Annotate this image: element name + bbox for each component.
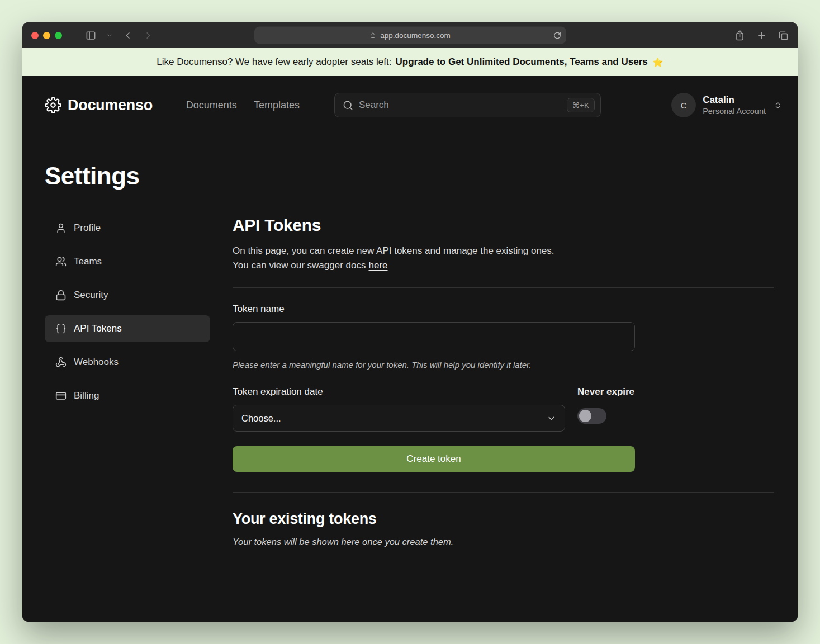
search-shortcut: ⌘+K	[567, 98, 595, 112]
sidebar-item-label: Webhooks	[74, 357, 119, 368]
existing-tokens-title: Your existing tokens	[233, 510, 774, 528]
swagger-docs-link[interactable]: here	[368, 260, 387, 271]
existing-tokens-empty-state: Your tokens will be shown here once you …	[233, 537, 774, 547]
sidebar-item-api-tokens[interactable]: API Tokens	[45, 315, 210, 342]
token-name-input[interactable]	[233, 322, 635, 351]
expiration-selected-value: Choose...	[241, 413, 281, 424]
sidebar-item-label: API Tokens	[74, 323, 122, 334]
banner-upgrade-link[interactable]: Upgrade to Get Unlimited Documents, Team…	[395, 56, 647, 68]
sidebar-item-label: Profile	[74, 222, 101, 234]
sidebar-item-label: Security	[74, 290, 108, 301]
lock-icon	[55, 290, 67, 301]
description-line-2: You can view our swagger docs	[233, 260, 366, 271]
zoom-window-button[interactable]	[55, 32, 62, 39]
sidebar-item-label: Billing	[74, 390, 99, 401]
braces-icon	[55, 323, 67, 334]
sidebar-item-label: Teams	[74, 256, 102, 267]
search-input[interactable]	[359, 100, 561, 111]
promo-banner: Like Documenso? We have few early adopte…	[22, 48, 798, 76]
search-icon	[343, 100, 353, 111]
minimize-window-button[interactable]	[43, 32, 50, 39]
never-expire-label: Never expire	[577, 386, 635, 397]
user-icon	[55, 222, 67, 234]
traffic-lights	[31, 32, 62, 39]
brand-name: Documenso	[68, 97, 153, 114]
browser-nav-controls	[86, 30, 154, 41]
sidebar-toggle-icon[interactable]	[86, 30, 96, 41]
account-name: Catalin	[703, 94, 766, 106]
close-window-button[interactable]	[31, 32, 39, 39]
app-header: Documenso Documents Templates ⌘+K C Cata…	[22, 76, 798, 130]
new-tab-icon[interactable]	[756, 30, 767, 41]
expiration-row: Token expiration date Choose... Never ex…	[233, 386, 635, 432]
credit-card-icon	[55, 390, 67, 401]
search-bar[interactable]: ⌘+K	[334, 93, 601, 117]
toggle-knob	[579, 410, 591, 422]
section-description: On this page, you can create new API tok…	[233, 244, 774, 273]
settings-content: Profile Teams Security	[22, 215, 798, 547]
nav-documents[interactable]: Documents	[186, 100, 237, 111]
chevron-down-icon[interactable]	[106, 32, 112, 39]
expiration-label: Token expiration date	[233, 386, 565, 397]
documenso-app: Documenso Documents Templates ⌘+K C Cata…	[22, 76, 798, 622]
nav-templates[interactable]: Templates	[254, 100, 300, 111]
settings-sidebar: Profile Teams Security	[45, 215, 210, 547]
account-type: Personal Account	[703, 106, 766, 116]
sidebar-item-profile[interactable]: Profile	[45, 215, 210, 242]
description-line-1: On this page, you can create new API tok…	[233, 245, 554, 256]
sidebar-item-webhooks[interactable]: Webhooks	[45, 349, 210, 376]
sidebar-item-security[interactable]: Security	[45, 282, 210, 309]
sidebar-item-teams[interactable]: Teams	[45, 248, 210, 275]
create-token-form: Token name Please enter a meaningful nam…	[233, 304, 774, 472]
account-text: Catalin Personal Account	[703, 94, 766, 116]
avatar: C	[671, 93, 696, 117]
page-title: Settings	[22, 162, 798, 190]
token-name-label: Token name	[233, 304, 774, 315]
webhook-icon	[55, 357, 67, 368]
sidebar-item-billing[interactable]: Billing	[45, 382, 210, 409]
lock-icon	[369, 32, 376, 39]
account-menu[interactable]: C Catalin Personal Account	[671, 93, 782, 117]
browser-toolbar-right	[734, 30, 789, 41]
documenso-logo[interactable]: Documenso	[45, 97, 153, 114]
expiration-field: Token expiration date Choose...	[233, 386, 565, 432]
forward-button[interactable]	[143, 30, 154, 41]
browser-window: app.documenso.com Like Documenso? We hav…	[22, 22, 798, 622]
documenso-logo-icon	[45, 97, 61, 113]
never-expire-toggle[interactable]	[577, 408, 606, 424]
back-button[interactable]	[122, 30, 133, 41]
expiration-date-select[interactable]: Choose...	[233, 405, 565, 432]
users-icon	[55, 256, 67, 267]
main-nav: Documents Templates	[186, 100, 300, 111]
chevron-down-icon	[547, 414, 556, 423]
api-tokens-panel: API Tokens On this page, you can create …	[233, 215, 774, 547]
share-icon[interactable]	[734, 30, 745, 41]
banner-text: Like Documenso? We have few early adopte…	[157, 56, 391, 68]
create-token-button[interactable]: Create token	[233, 446, 635, 472]
browser-titlebar: app.documenso.com	[22, 22, 798, 48]
divider	[233, 492, 774, 493]
address-bar[interactable]: app.documenso.com	[254, 27, 566, 44]
url-text: app.documenso.com	[380, 31, 450, 40]
star-emoji: ⭐	[652, 57, 663, 68]
divider	[233, 287, 774, 288]
refresh-icon[interactable]	[553, 31, 561, 39]
tab-overview-icon[interactable]	[778, 30, 789, 41]
section-title: API Tokens	[233, 216, 774, 235]
never-expire-field: Never expire	[577, 386, 635, 424]
chevrons-up-down-icon	[774, 101, 782, 110]
token-name-hint: Please enter a meaningful name for your …	[233, 360, 774, 370]
